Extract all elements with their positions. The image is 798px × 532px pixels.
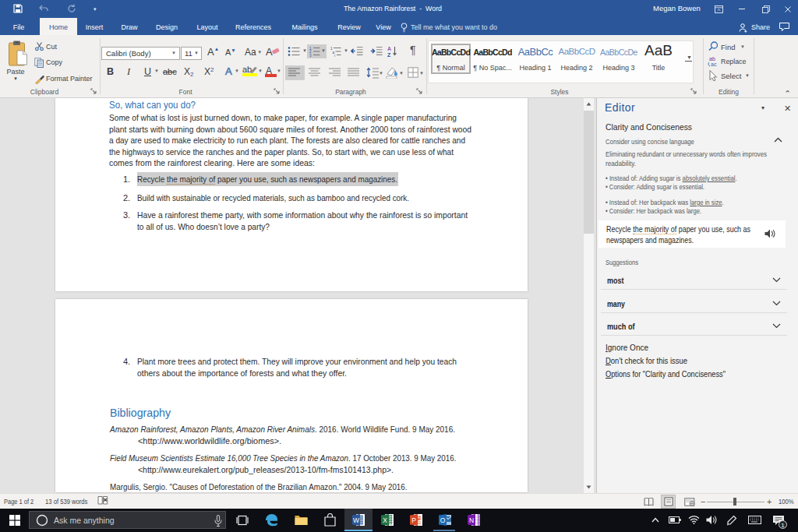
svg-text:X: X xyxy=(383,516,387,524)
svg-text:ac: ac xyxy=(711,62,717,67)
svg-text:i: i xyxy=(334,54,335,57)
svg-text:P: P xyxy=(411,516,416,524)
svg-text:A: A xyxy=(387,46,391,51)
svg-text:N: N xyxy=(469,516,474,524)
svg-text:O: O xyxy=(440,516,446,524)
svg-text:W: W xyxy=(353,516,359,524)
svg-text:3: 3 xyxy=(309,54,312,58)
svg-text:Z: Z xyxy=(387,52,391,58)
svg-text:ab: ab xyxy=(709,56,715,62)
